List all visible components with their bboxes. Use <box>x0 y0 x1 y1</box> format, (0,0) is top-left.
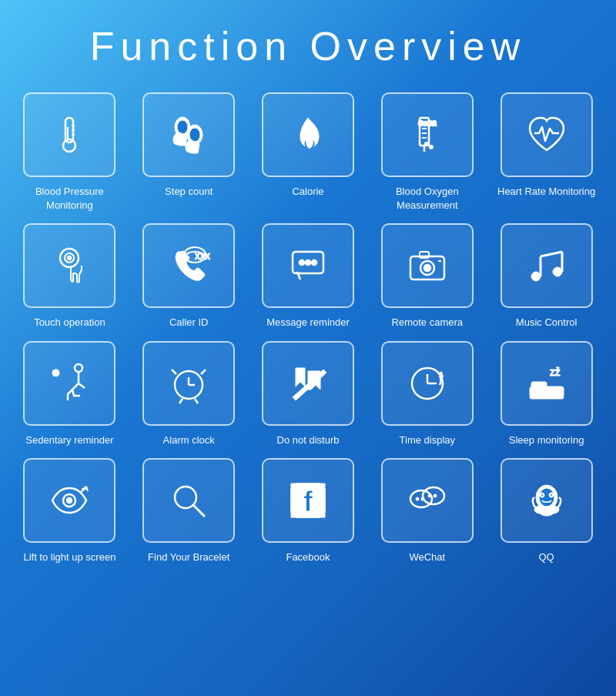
feature-item-message: Message reminder <box>254 223 363 330</box>
feature-label-do-not-disturb: Do not disturb <box>277 433 340 447</box>
page-title: Function Overview <box>90 23 527 69</box>
svg-point-74 <box>539 507 554 516</box>
svg-line-55 <box>193 505 204 516</box>
svg-point-20 <box>68 256 71 259</box>
feature-label-alarm: Alarm clock <box>163 433 215 447</box>
svg-text:①: ① <box>52 369 59 377</box>
feature-item-step-count: Step count <box>135 92 243 212</box>
icon-box-time-display <box>381 341 474 426</box>
svg-line-43 <box>195 399 198 403</box>
svg-line-40 <box>172 370 176 374</box>
feature-label-blood-pressure: Blood Pressure Monitoring <box>15 185 124 212</box>
svg-line-42 <box>179 399 182 403</box>
svg-rect-49 <box>531 382 547 388</box>
feature-item-blood-oxygen: SaO2 Blood Oxygen Measurement <box>373 92 481 212</box>
feature-item-wechat: WeChat <box>373 458 481 564</box>
feature-label-music: Music Control <box>516 316 577 330</box>
icon-box-lift-screen <box>23 458 116 543</box>
icon-box-remote-camera <box>381 223 474 308</box>
svg-point-71 <box>550 494 552 496</box>
feature-label-blood-oxygen: Blood Oxygen Measurement <box>373 185 481 212</box>
feature-item-find-bracelet: Find Your Bracelet <box>135 458 243 564</box>
feature-label-wechat: WeChat <box>409 550 445 564</box>
icon-box-message <box>262 223 354 308</box>
svg-text:f: f <box>303 486 313 517</box>
svg-line-41 <box>201 370 206 374</box>
feature-item-touch: Touch operation <box>15 223 124 330</box>
icon-box-calorie <box>262 92 354 177</box>
feature-label-message: Message reminder <box>266 316 350 330</box>
feature-label-remote-camera: Remote camera <box>392 316 463 330</box>
feature-item-calorie: Calorie <box>254 92 363 212</box>
icon-box-do-not-disturb <box>262 341 354 426</box>
svg-point-64 <box>428 494 431 497</box>
svg-point-29 <box>424 265 430 271</box>
svg-point-12 <box>424 142 429 146</box>
svg-point-26 <box>312 260 316 265</box>
icon-box-alarm <box>142 341 235 426</box>
feature-item-time-display: Time display <box>373 341 481 447</box>
feature-label-heart-rate: Heart Rate Monitoring <box>497 185 595 199</box>
feature-item-qq: QQ <box>492 458 601 564</box>
svg-point-13 <box>429 145 434 149</box>
feature-item-blood-pressure: Blood Pressure Monitoring <box>15 92 124 212</box>
page: Function Overview Blood Pressure Monitor… <box>0 0 616 696</box>
icon-box-blood-pressure <box>23 92 116 177</box>
feature-item-do-not-disturb: Do not disturb <box>254 341 363 447</box>
icon-box-music <box>500 223 593 308</box>
icon-box-find-bracelet <box>142 458 235 543</box>
feature-label-facebook: Facebook <box>286 550 330 564</box>
icon-box-caller-id: XXX <box>142 223 235 308</box>
icon-box-touch <box>23 223 116 308</box>
svg-point-53 <box>67 498 72 503</box>
svg-point-65 <box>434 494 437 497</box>
svg-point-35 <box>75 364 82 372</box>
feature-label-step-count: Step count <box>165 185 213 199</box>
feature-label-time-display: Time display <box>400 433 455 447</box>
svg-rect-48 <box>530 396 564 399</box>
svg-point-25 <box>306 260 310 265</box>
svg-point-1 <box>63 139 75 152</box>
feature-label-touch: Touch operation <box>34 316 105 330</box>
feature-item-sleep: ZZ Z Sleep monitoring <box>492 341 601 447</box>
feature-label-find-bracelet: Find Your Bracelet <box>148 550 229 564</box>
icon-box-heart-rate <box>500 92 593 177</box>
feature-label-qq: QQ <box>538 550 554 564</box>
feature-item-heart-rate: Heart Rate Monitoring <box>492 92 601 212</box>
svg-point-61 <box>416 497 419 500</box>
feature-item-remote-camera: Remote camera <box>373 223 481 330</box>
feature-item-sedentary: ① Sedentary reminder <box>15 341 124 447</box>
feature-label-sedentary: Sedentary reminder <box>25 433 113 447</box>
feature-label-sleep: Sleep monitoring <box>509 433 584 447</box>
svg-text:SaO2: SaO2 <box>418 119 436 127</box>
svg-point-24 <box>300 260 304 265</box>
feature-item-facebook: f Facebook <box>254 458 363 564</box>
svg-point-70 <box>541 494 543 496</box>
feature-item-music: Music Control <box>492 223 601 330</box>
feature-label-caller-id: Caller ID <box>169 316 209 330</box>
icon-box-facebook: f <box>262 458 354 543</box>
icon-box-sedentary: ① <box>23 341 116 426</box>
icon-box-step-count <box>142 92 235 177</box>
feature-item-caller-id: XXX Caller ID <box>135 223 243 330</box>
feature-item-lift-screen: Lift to light up screen <box>15 458 124 564</box>
icon-box-wechat <box>381 458 474 543</box>
icon-box-sleep: ZZ Z <box>500 341 593 426</box>
feature-label-lift-screen: Lift to light up screen <box>23 550 116 564</box>
feature-label-calorie: Calorie <box>292 185 323 199</box>
svg-line-34 <box>541 252 562 256</box>
icon-box-blood-oxygen: SaO2 <box>381 92 474 177</box>
features-grid: Blood Pressure Monitoring Step count Cal… <box>15 92 601 564</box>
feature-item-alarm: Alarm clock <box>135 341 243 447</box>
svg-text:Z: Z <box>556 366 560 372</box>
icon-box-qq <box>500 458 593 543</box>
